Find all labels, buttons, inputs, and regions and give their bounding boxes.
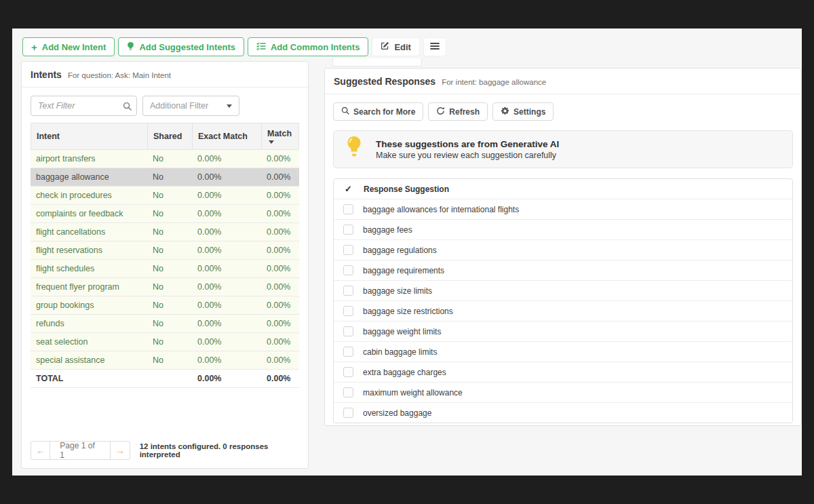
suggestion-checkbox[interactable] [343,387,353,398]
intent-name[interactable]: refunds [31,319,147,328]
previous-page-button[interactable]: ← [31,442,50,459]
suggestion-row[interactable]: oversized baggage [334,402,792,423]
table-row[interactable]: airport transfers No 0.00% 0.00% [31,150,299,168]
text-filter-input[interactable] [31,96,137,116]
intent-shared: No [147,227,192,237]
menu-button[interactable] [423,37,446,56]
suggestion-row[interactable]: cabin baggage limits [334,341,792,362]
intent-shared: No [147,191,192,200]
intent-match: 0.00% [261,355,299,365]
intent-exact-match: 0.00% [192,172,261,182]
suggestion-label: baggage regulations [363,246,437,255]
table-row[interactable]: special assistance No 0.00% 0.00% [31,351,299,370]
intent-name[interactable]: frequent flyer program [31,282,147,292]
gear-icon [501,106,509,117]
suggestion-row[interactable]: baggage size limits [334,280,792,301]
search-for-more-button[interactable]: Search for More [333,102,423,121]
intent-match: 0.00% [261,301,299,310]
column-header-match[interactable]: Match [262,123,298,149]
column-header-exact-match[interactable]: Exact Match [193,123,262,149]
suggestion-row[interactable]: baggage regulations [334,239,792,260]
add-suggested-intents-button[interactable]: Add Suggested Intents [118,37,244,56]
column-header-intent[interactable]: Intent [31,123,148,149]
intent-name[interactable]: baggage allowance [31,172,147,182]
intent-shared: No [147,209,192,218]
intent-name[interactable]: seat selection [31,337,147,347]
suggestion-row[interactable]: baggage size restrictions [334,301,792,321]
refresh-button[interactable]: Refresh [428,102,488,121]
intents-panel-header: Intents For question: Ask: Main Intent [22,62,308,88]
intent-name[interactable]: group bookings [31,301,147,310]
intent-exact-match: 0.00% [192,227,261,237]
notice-subtitle: Make sure you review each suggestion car… [376,151,559,160]
table-row[interactable]: refunds No 0.00% 0.00% [31,315,299,333]
suggestion-checkbox[interactable] [343,326,353,336]
suggestion-checkbox[interactable] [343,367,353,377]
suggestions-header-label: Response Suggestion [364,185,449,194]
intent-match: 0.00% [261,319,299,328]
suggestion-checkbox[interactable] [343,204,353,214]
intent-name[interactable]: flight schedules [31,264,147,273]
intent-shared: No [147,154,192,163]
suggestion-row[interactable]: maximum weight allowance [334,382,792,402]
sort-descending-icon[interactable] [269,140,274,144]
column-header-shared[interactable]: Shared [148,123,193,149]
intent-name[interactable]: complaints or feedback [31,209,147,218]
table-total-row: TOTAL 0.00% 0.00% [31,370,299,388]
intents-toolbar: + Add New Intent Add Suggested Intents A… [22,37,446,56]
suggestion-row[interactable]: extra baggage charges [334,362,792,382]
intent-name[interactable]: airport transfers [31,154,147,163]
intent-exact-match: 0.00% [192,154,261,163]
suggestion-checkbox[interactable] [343,306,353,316]
intents-table: Intent Shared Exact Match Match airport … [31,123,299,388]
suggestion-label: extra baggage charges [363,368,446,377]
suggestion-checkbox[interactable] [343,408,353,418]
add-new-intent-button[interactable]: + Add New Intent [22,37,115,56]
table-row[interactable]: complaints or feedback No 0.00% 0.00% [31,205,299,223]
list-check-icon [256,42,266,52]
intent-name[interactable]: check in procedures [31,191,147,200]
edit-button[interactable]: Edit [372,37,420,56]
suggestion-checkbox[interactable] [343,265,353,275]
table-row[interactable]: flight reservations No 0.00% 0.00% [31,241,299,260]
table-row-selected[interactable]: baggage allowance No 0.00% 0.00% [31,168,299,187]
additional-filter-dropdown[interactable]: Additional Filter [142,96,239,116]
intent-exact-match: 0.00% [192,319,261,328]
intents-subtitle: For question: Ask: Main Intent [68,71,171,79]
notice-title: These suggestions are from Generative AI [376,139,559,149]
intent-name[interactable]: flight cancellations [31,227,147,237]
table-row[interactable]: flight cancellations No 0.00% 0.00% [31,223,299,241]
table-row[interactable]: check in procedures No 0.00% 0.00% [31,187,299,205]
responses-actions: Search for More Refresh Settings [325,94,801,128]
lightbulb-icon [346,136,362,163]
table-row[interactable]: flight schedules No 0.00% 0.00% [31,260,299,278]
page-indicator: Page 1 of 1 [50,442,110,459]
suggestion-checkbox[interactable] [343,245,353,255]
suggestion-row[interactable]: baggage requirements [334,260,792,280]
suggestion-label: baggage allowances for international fli… [363,205,519,214]
intent-exact-match: 0.00% [192,337,261,347]
suggestion-checkbox[interactable] [343,347,353,357]
suggestion-row[interactable]: baggage fees [334,219,792,239]
total-match: 0.00% [261,374,299,383]
intent-match: 0.00% [261,209,299,218]
suggestions-list-header: ✓ Response Suggestion [334,179,792,199]
pagination: ← Page 1 of 1 → 12 intents configured. 0… [31,441,308,460]
intent-name[interactable]: flight reservations [31,246,147,255]
search-icon [341,106,349,117]
settings-button[interactable]: Settings [492,102,554,121]
suggestion-checkbox[interactable] [343,225,353,235]
suggestion-label: oversized baggage [363,408,431,418]
suggestion-label: maximum weight allowance [363,388,463,398]
suggestion-row[interactable]: baggage allowances for international fli… [334,199,792,219]
suggestion-checkbox[interactable] [343,286,353,296]
next-page-button[interactable]: → [110,442,129,459]
intent-shared: No [147,337,192,347]
intents-status-text: 12 intents configured. 0 responses inter… [140,442,308,459]
intent-name[interactable]: special assistance [31,355,147,365]
add-common-intents-button[interactable]: Add Common Intents [248,37,368,56]
suggestion-row[interactable]: baggage weight limits [334,321,792,341]
table-row[interactable]: seat selection No 0.00% 0.00% [31,333,299,351]
table-row[interactable]: frequent flyer program No 0.00% 0.00% [31,278,299,296]
table-row[interactable]: group bookings No 0.00% 0.00% [31,296,299,315]
